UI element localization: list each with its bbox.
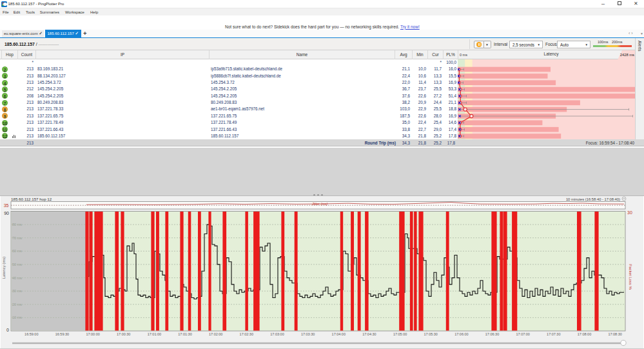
svg-text:17:00:00: 17:00:00: [86, 332, 99, 336]
svg-text:16:59:00: 16:59:00: [24, 332, 38, 336]
svg-text:17:05:00: 17:05:00: [393, 332, 407, 336]
svg-text:50 ms: 50 ms: [12, 263, 22, 266]
svg-text:80 ms: 80 ms: [12, 223, 22, 226]
svg-text:17:03:00: 17:03:00: [270, 332, 284, 336]
svg-text:17:07:30: 17:07:30: [547, 332, 560, 336]
svg-text:10 minutes (16:58:40 - 17:08:4: 10 minutes (16:58:40 - 17:08:40): [566, 197, 620, 201]
svg-text:Jitter (ms): Jitter (ms): [311, 202, 328, 206]
svg-text:17:02:00: 17:02:00: [209, 332, 222, 336]
svg-text:30: 30: [627, 210, 632, 215]
svg-text:Packet Loss %: Packet Loss %: [629, 264, 632, 290]
svg-text:70 ms: 70 ms: [12, 236, 22, 240]
svg-text:90: 90: [4, 211, 9, 215]
svg-text:17:00:30: 17:00:30: [117, 332, 130, 336]
svg-text:17:08:00: 17:08:00: [578, 332, 591, 336]
svg-text:10 ms: 10 ms: [12, 315, 22, 319]
svg-text:17:03:30: 17:03:30: [301, 332, 315, 336]
svg-text:17:02:30: 17:02:30: [240, 332, 253, 336]
svg-text:20 ms: 20 ms: [12, 303, 22, 306]
svg-text:185.60.112.157 hop 12: 185.60.112.157 hop 12: [11, 197, 52, 201]
svg-text:0: 0: [6, 328, 9, 332]
svg-text:16:59:30: 16:59:30: [55, 332, 69, 336]
svg-text:17:04:30: 17:04:30: [362, 332, 376, 336]
svg-text:17:04:00: 17:04:00: [332, 332, 346, 336]
svg-text:Latency (ms): Latency (ms): [2, 257, 6, 279]
svg-text:17:05:30: 17:05:30: [424, 332, 437, 336]
svg-text:40 ms: 40 ms: [12, 276, 22, 280]
svg-text:35: 35: [4, 203, 9, 208]
svg-text:17:01:30: 17:01:30: [178, 332, 191, 336]
svg-text:60 ms: 60 ms: [12, 249, 22, 253]
svg-text:17:08:30: 17:08:30: [608, 332, 621, 336]
svg-text:30 ms: 30 ms: [12, 289, 22, 293]
svg-text:17:07:00: 17:07:00: [516, 332, 529, 336]
svg-text:17:06:30: 17:06:30: [485, 332, 499, 336]
svg-text:17:06:00: 17:06:00: [454, 332, 468, 336]
svg-text:17:01:00: 17:01:00: [148, 332, 161, 336]
